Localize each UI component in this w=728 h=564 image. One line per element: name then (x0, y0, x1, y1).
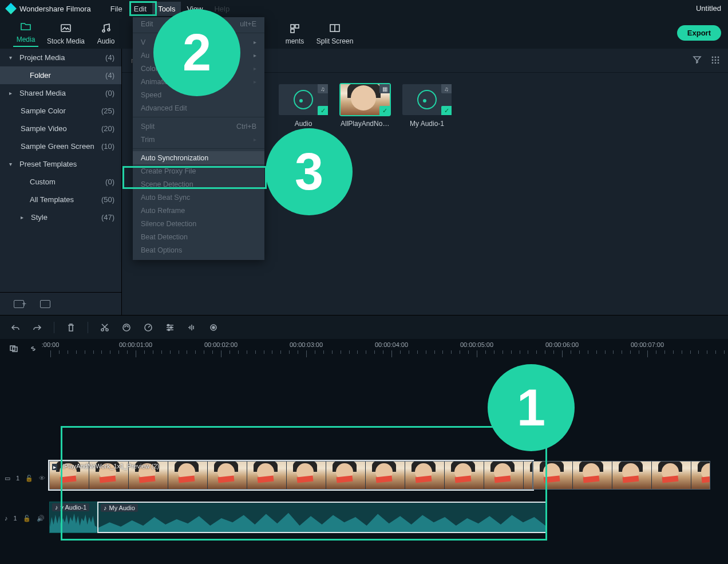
video-clip[interactable]: ▸ llPlayAndNoWork_1x1_Preview (2) (49, 461, 533, 490)
audio-clip-2[interactable]: ♪My Audio (97, 502, 547, 533)
sidebar-count: (0) (105, 89, 114, 97)
sidebar-item-shared-media[interactable]: ▸ Shared Media (0) (0, 84, 121, 102)
tab-elements[interactable]: ments (275, 21, 315, 45)
new-folder-icon[interactable]: + (14, 300, 24, 308)
redo-icon[interactable] (32, 322, 42, 333)
folder-icon[interactable] (40, 300, 50, 308)
ruler-label: :00:00 (42, 341, 60, 348)
check-icon: ✓ (379, 106, 390, 115)
dd-auto-beat[interactable]: Auto Beat Sync (133, 191, 264, 204)
tab-audio[interactable]: Audio (86, 21, 126, 45)
svg-point-22 (168, 329, 170, 330)
dd-beat-detect[interactable]: Beat Detection (133, 230, 264, 243)
music-note-icon: ♪ (5, 515, 8, 522)
sidebar-count: (47) (101, 213, 114, 222)
export-button[interactable]: Export (677, 25, 721, 41)
sidebar-item-folder[interactable]: Folder (4) (0, 66, 121, 84)
dd-trim[interactable]: Trim▸ (133, 133, 264, 146)
check-icon: ✓ (441, 106, 452, 115)
clip-title: llPlayAndNoWork_1x1_Preview (2) (61, 463, 159, 470)
sidebar-label: Sample Video (21, 124, 67, 133)
media-thumb-audio[interactable]: ♫ ✓ Audio (279, 84, 328, 128)
tab-stock-media[interactable]: Stock Media (46, 21, 86, 45)
sidebar-item-custom[interactable]: Custom (0) (0, 173, 121, 191)
sidebar-item-style[interactable]: ▸ Style (47) (0, 208, 121, 226)
sidebar-item-preset-templates[interactable]: ▾ Preset Templates (0, 155, 121, 173)
menu-edit[interactable]: Edit (128, 2, 152, 16)
svg-point-14 (715, 62, 717, 64)
step-badge-3: 3 (266, 128, 353, 215)
tab-stock-label: Stock Media (46, 37, 86, 45)
sidebar-count: (10) (101, 142, 114, 151)
tab-audio-label: Audio (86, 37, 126, 45)
app-name: Wondershare Filmora (19, 5, 91, 13)
dd-split[interactable]: SplitCtrl+B (133, 120, 264, 133)
sidebar-count: (25) (101, 107, 114, 115)
svg-point-24 (212, 326, 215, 329)
tab-split-label: Split Screen (315, 37, 355, 45)
track-video-1: ▭ 1 🔓 👁 ▸ llPlayAndNoWork_1x1_Preview (2… (0, 461, 728, 495)
grid-view-icon[interactable] (711, 56, 720, 65)
undo-icon[interactable] (10, 322, 21, 333)
tab-media[interactable]: Media (6, 19, 46, 47)
svg-point-8 (715, 57, 717, 58)
filter-icon[interactable] (693, 56, 702, 65)
dd-auto-sync[interactable]: Auto Synchronization (133, 151, 264, 164)
step-badge-2: 2 (153, 9, 240, 96)
music-note-icon: ♫ (441, 84, 452, 93)
ruler-label: 00:00:02:00 (204, 341, 238, 348)
sidebar-label: All Templates (30, 195, 74, 204)
sidebar-item-all-templates[interactable]: All Templates (50) (0, 191, 121, 208)
dd-beat-options[interactable]: Beat Options (133, 243, 264, 257)
tab-split-screen[interactable]: Split Screen (315, 21, 355, 45)
dd-scene-detection[interactable]: Scene Detection (133, 178, 264, 191)
layers-icon[interactable] (9, 345, 18, 354)
video-clip-rest[interactable] (533, 461, 710, 490)
sidebar-item-sample-color[interactable]: Sample Color (25) (0, 102, 121, 120)
lock-icon[interactable]: 🔓 (25, 475, 33, 482)
audio-icon[interactable] (187, 322, 197, 333)
timeline[interactable]: ▭ 1 🔓 👁 ▸ llPlayAndNoWork_1x1_Preview (2… (0, 361, 728, 564)
menu-file[interactable]: File (105, 2, 128, 16)
thumb-label: Audio (279, 120, 328, 128)
record-icon[interactable] (208, 322, 219, 333)
delete-icon[interactable] (66, 322, 76, 333)
document-title: Untitled (696, 4, 721, 13)
audio-clip-1[interactable]: ♪y Audio-1 (49, 502, 97, 533)
sidebar-item-sample-green[interactable]: Sample Green Screen (10) (0, 137, 121, 155)
dd-auto-reframe[interactable]: Auto Reframe (133, 204, 264, 217)
dd-create-proxy[interactable]: Create Proxy File (133, 164, 264, 178)
clip-title: y Audio-1 (61, 504, 87, 511)
dd-silence-detect[interactable]: Silence Detection (133, 217, 264, 230)
crop-icon[interactable] (121, 322, 132, 333)
svg-point-15 (718, 62, 719, 64)
speaker-icon[interactable]: 🔊 (37, 515, 45, 522)
media-thumb-video[interactable]: ▦ ✓ AllPlayAndNoW… (341, 84, 390, 128)
music-note-icon: ♪ (55, 504, 58, 511)
link-icon[interactable] (29, 345, 38, 354)
timeline-ruler[interactable]: :00:0000:00:01:0000:00:02:0000:00:03:000… (0, 339, 728, 361)
svg-point-17 (106, 329, 108, 331)
adjust-icon[interactable] (165, 322, 175, 333)
sidebar-label: Sample Green Screen (21, 142, 94, 151)
media-thumb-audio-1[interactable]: ♫ ✓ My Audio-1 (402, 84, 452, 128)
sidebar-count: (20) (101, 124, 114, 133)
svg-point-10 (712, 60, 714, 61)
sidebar-label: Shared Media (19, 89, 66, 97)
sidebar-item-sample-video[interactable]: Sample Video (20) (0, 120, 121, 137)
chevron-right-icon: ▸ (21, 214, 27, 220)
sidebar-label: Style (31, 213, 48, 222)
eye-icon[interactable]: 👁 (39, 475, 45, 482)
lock-icon[interactable]: 🔓 (23, 515, 31, 522)
cut-icon[interactable] (100, 322, 110, 333)
chevron-down-icon: ▾ (9, 161, 16, 167)
play-icon: ▸ (52, 464, 57, 470)
music-note-icon: ♫ (318, 84, 328, 93)
dd-advanced-edit[interactable]: Advanced Edit (133, 101, 264, 115)
sidebar-item-project-media[interactable]: ▾ Project Media (4) (0, 49, 121, 66)
speed-icon[interactable] (143, 322, 153, 333)
chevron-down-icon: ▾ (9, 54, 16, 61)
ruler-label: 00:00:06:00 (545, 341, 579, 348)
svg-point-18 (123, 324, 130, 331)
sidebar-label: Preset Templates (19, 160, 77, 168)
